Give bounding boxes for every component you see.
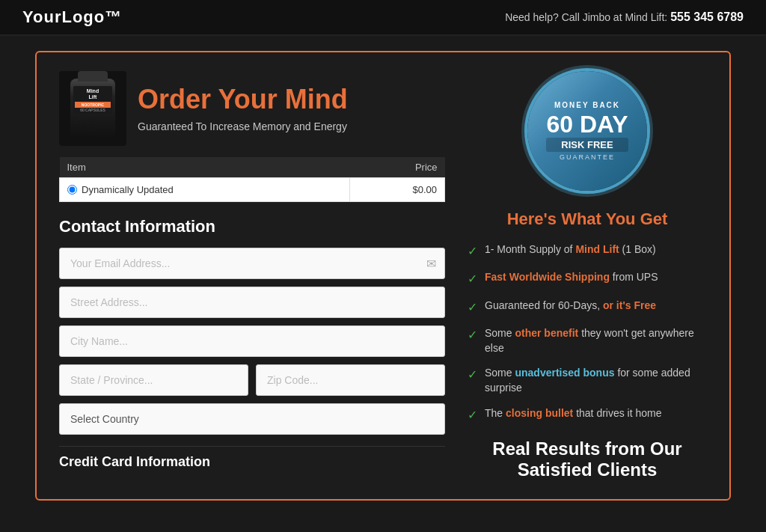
benefit-text-6: The closing bullet that drives it home (485, 406, 662, 421)
check-icon-1: ✓ (468, 243, 477, 260)
highlight-other-benefit: other benefit (515, 327, 578, 339)
help-text: Need help? Call Jimbo at Mind Lift: (505, 11, 667, 23)
product-header: MindLift NOOTROPIC 60 CAPSULES Order You… (59, 71, 445, 146)
right-column: MONEY BACK 60 DAY RISK FREE GUARANTEE He… (468, 71, 707, 480)
badge-guarantee-text: GUARANTEE (546, 153, 628, 161)
bottle-cap (78, 71, 108, 82)
product-title: Order Your Mind (138, 85, 348, 114)
email-icon: ✉ (426, 257, 436, 271)
money-back-badge: MONEY BACK 60 DAY RISK FREE GUARANTEE (527, 71, 647, 191)
state-zip-row (59, 364, 445, 396)
city-field-group (59, 325, 445, 357)
site-logo: YourLogo™ (22, 7, 122, 27)
main-wrapper: MindLift NOOTROPIC 60 CAPSULES Order You… (24, 36, 742, 516)
check-icon-3: ✓ (468, 299, 477, 316)
table-row: Dynamically Updated $0.00 (60, 178, 445, 202)
zip-input[interactable] (256, 364, 445, 396)
benefit-item-4: ✓ Some other benefit they won't get anyw… (468, 326, 707, 355)
street-input[interactable] (59, 287, 445, 318)
city-input[interactable] (59, 325, 445, 357)
benefit-text-3: Guaranteed for 60-Days, or it's Free (485, 299, 656, 314)
row-item: Dynamically Updated (60, 178, 350, 202)
badge-risk-free-text: RISK FREE (546, 138, 628, 152)
row-label: Dynamically Updated (82, 184, 174, 195)
check-icon-4: ✓ (468, 327, 477, 343)
site-header: YourLogo™ Need help? Call Jimbo at Mind … (0, 0, 766, 36)
badge-outer: MONEY BACK 60 DAY RISK FREE GUARANTEE (527, 71, 647, 191)
highlight-mind-lift: Mind Lift (575, 243, 619, 255)
credit-section-title: Credit Card Information (59, 446, 445, 470)
highlight-shipping: Fast Worldwide Shipping (485, 271, 610, 283)
product-image: MindLift NOOTROPIC 60 CAPSULES (59, 71, 126, 146)
contact-section-title: Contact Information (59, 217, 445, 236)
highlight-bonus: unadvertised bonus (515, 367, 614, 379)
badge-inner: MONEY BACK 60 DAY RISK FREE GUARANTEE (539, 94, 635, 168)
check-icon-2: ✓ (468, 271, 477, 287)
product-title-area: Order Your Mind Guaranteed To Increase M… (138, 85, 348, 132)
benefit-item-3: ✓ Guaranteed for 60-Days, or it's Free (468, 299, 707, 316)
country-select[interactable]: Select Country United States United King… (59, 403, 445, 435)
col-price: Price (349, 157, 444, 178)
header-contact: Need help? Call Jimbo at Mind Lift: 555 … (505, 10, 744, 24)
content-box: MindLift NOOTROPIC 60 CAPSULES Order You… (35, 51, 731, 501)
benefit-text-1: 1- Month Supply of Mind Lift (1 Box) (485, 242, 656, 257)
benefit-item-5: ✓ Some unadvertised bonus for some added… (468, 366, 707, 395)
benefit-item-6: ✓ The closing bullet that drives it home (468, 406, 707, 424)
row-radio[interactable] (67, 185, 77, 195)
badge-money-back-text: MONEY BACK (546, 101, 628, 109)
benefit-item-2: ✓ Fast Worldwide Shipping from UPS (468, 270, 707, 287)
badge-days-text: 60 DAY (546, 112, 628, 136)
order-table: Item Price Dynamically Updated $0.00 (59, 157, 445, 202)
left-column: MindLift NOOTROPIC 60 CAPSULES Order You… (59, 71, 445, 480)
highlight-closing: closing bullet (506, 407, 573, 419)
product-desc: 60 CAPSULES (75, 108, 111, 113)
brand-name: MindLift (75, 88, 111, 101)
country-field-group: Select Country United States United King… (59, 403, 445, 435)
highlight-free: or it's Free (603, 299, 656, 311)
bottle-label: MindLift NOOTROPIC 60 CAPSULES (73, 86, 112, 114)
real-results-section: Real Results from Our Satisfied Clients (468, 438, 707, 480)
benefit-text-4: Some other benefit they won't get anywhe… (485, 326, 707, 355)
phone-number: 555 345 6789 (670, 10, 744, 23)
check-icon-6: ✓ (468, 407, 477, 424)
street-field-group (59, 287, 445, 318)
benefits-title: Here's What You Get (468, 210, 707, 229)
benefit-text-2: Fast Worldwide Shipping from UPS (485, 270, 658, 285)
benefit-text-5: Some unadvertised bonus for some added s… (485, 366, 707, 395)
check-icon-5: ✓ (468, 367, 477, 383)
col-item: Item (60, 157, 350, 178)
row-price: $0.00 (349, 178, 444, 202)
email-input[interactable] (59, 248, 445, 279)
email-field-group: ✉ (59, 248, 445, 279)
bottle-shape: MindLift NOOTROPIC 60 CAPSULES (70, 79, 115, 138)
benefit-item-1: ✓ 1- Month Supply of Mind Lift (1 Box) (468, 242, 707, 260)
product-subtitle: Guaranteed To Increase Memory and Energy (138, 120, 348, 132)
product-type: NOOTROPIC (75, 102, 111, 108)
state-input[interactable] (59, 364, 248, 396)
real-results-title: Real Results from Our Satisfied Clients (468, 438, 707, 480)
badge-area: MONEY BACK 60 DAY RISK FREE GUARANTEE (468, 71, 707, 191)
